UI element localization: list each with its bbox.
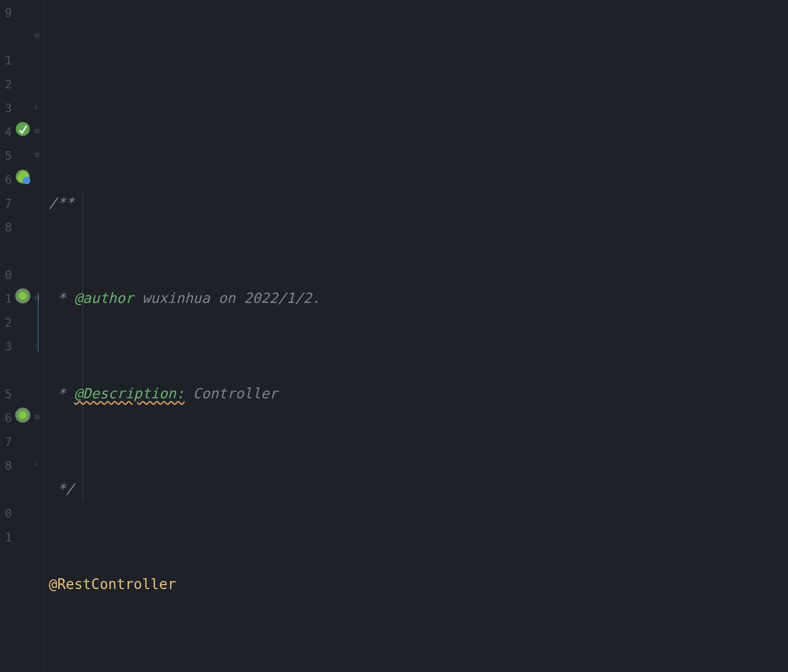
code-line: @RestController	[49, 572, 788, 596]
code-line: /**	[49, 191, 788, 215]
web-endpoint-gutter-icon[interactable]	[15, 408, 30, 423]
spring-component-gutter-icon[interactable]	[15, 169, 30, 184]
spring-bean-gutter-icon[interactable]	[15, 121, 30, 137]
code-area[interactable]: /** * @author wuxinhua on 2022/1/2. * @D…	[44, 0, 788, 672]
code-line: @RequestMapping(⌄"/payment/hystrix")	[49, 668, 788, 672]
web-endpoint-gutter-icon[interactable]	[15, 288, 30, 303]
gutter-icon-column	[12, 0, 34, 672]
line-number-gutter: 9 1 2 3 4 5 6 7 8 0 1 2 3 5 6 7 8 0 1	[0, 0, 12, 672]
code-line: * @Description: Controller	[49, 382, 788, 405]
code-line: */	[49, 477, 788, 501]
fold-gutter[interactable]: ⊟ ⊦ ⊟ ⊟ ⊟ ⊦ ⊟ ⊦	[34, 0, 44, 672]
code-editor[interactable]: 9 1 2 3 4 5 6 7 8 0 1 2 3 5 6 7 8 0 1	[0, 0, 788, 672]
code-line	[49, 95, 788, 119]
svg-point-4	[19, 292, 27, 300]
svg-point-2	[23, 177, 30, 184]
code-line: * @author wuxinhua on 2022/1/2.	[49, 286, 788, 310]
svg-point-0	[16, 122, 30, 136]
svg-point-7	[19, 411, 27, 419]
